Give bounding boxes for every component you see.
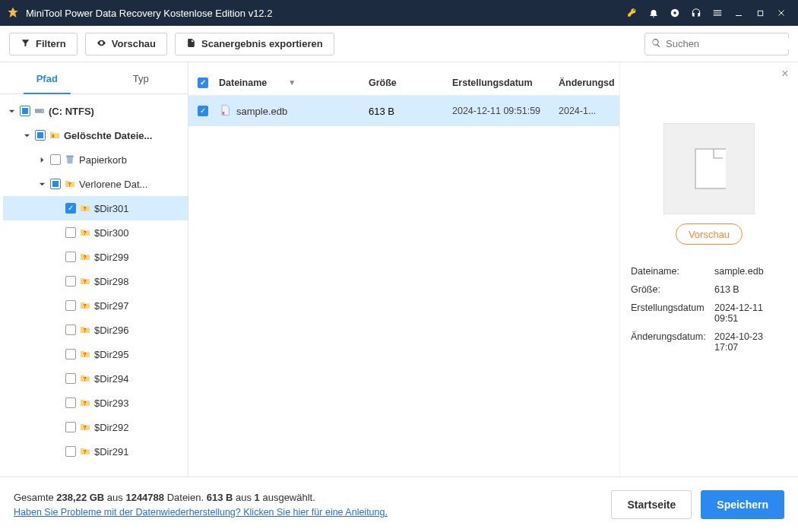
- checkbox[interactable]: [65, 349, 76, 359]
- column-modified[interactable]: Änderungsd: [559, 78, 619, 88]
- close-preview-icon[interactable]: ×: [778, 67, 792, 81]
- svg-text:?: ?: [83, 327, 87, 334]
- tree-recycle[interactable]: Papierkorb: [3, 147, 188, 172]
- headset-icon[interactable]: [686, 0, 707, 26]
- file-x-icon: x: [219, 104, 231, 119]
- meta-value: sample.edb: [714, 266, 787, 277]
- recycle-bin-icon: [64, 154, 76, 166]
- svg-text:x: x: [222, 110, 225, 116]
- window-title: MiniTool Power Data Recovery Kostenlose …: [26, 8, 272, 19]
- drive-icon: [33, 105, 46, 117]
- tree-label: Gelöschte Dateie...: [64, 130, 185, 141]
- tab-type[interactable]: Typ: [94, 64, 188, 93]
- checkbox[interactable]: [65, 397, 76, 408]
- tree-dir[interactable]: ?$Dir300: [3, 220, 188, 245]
- disc-icon[interactable]: [664, 0, 686, 26]
- checkbox[interactable]: [35, 130, 46, 141]
- tree-tabs: Pfad Typ: [0, 64, 188, 94]
- close-icon[interactable]: [771, 0, 792, 26]
- preview-open-button[interactable]: Vorschau: [676, 223, 743, 245]
- folder-x-icon: x: [49, 129, 61, 141]
- chevron-down-icon[interactable]: [21, 130, 32, 141]
- tree-dir[interactable]: ?$Dir291: [3, 439, 188, 464]
- checkbox[interactable]: [50, 154, 61, 165]
- export-button[interactable]: Scanergebnis exportieren: [175, 33, 334, 55]
- file-modified: 2024-1...: [559, 106, 619, 116]
- search-icon: [651, 37, 661, 51]
- checkbox[interactable]: [50, 179, 61, 189]
- folder-q-icon: ?: [64, 178, 76, 190]
- home-button[interactable]: Startseite: [611, 490, 692, 519]
- checkbox[interactable]: [65, 300, 76, 311]
- svg-text:?: ?: [83, 375, 87, 382]
- tree-dir[interactable]: ?$Dir297: [3, 293, 188, 318]
- filter-button[interactable]: Filtern: [9, 33, 78, 55]
- checkbox[interactable]: [65, 373, 76, 384]
- checkbox[interactable]: [65, 203, 76, 214]
- svg-text:?: ?: [83, 205, 87, 212]
- checkbox[interactable]: [65, 422, 76, 432]
- meta-label: Dateiname:: [631, 266, 710, 277]
- key-icon[interactable]: [622, 0, 643, 26]
- folder-q-icon: ?: [79, 324, 91, 336]
- table-row[interactable]: x sample.edb 613 B 2024-12-11 09:51:59 2…: [188, 96, 619, 126]
- svg-rect-6: [66, 156, 73, 157]
- chevron-right-icon[interactable]: [36, 154, 47, 165]
- checkbox[interactable]: [65, 276, 76, 287]
- chevron-down-icon[interactable]: [6, 106, 17, 116]
- meta-label: Erstellungsdatum: [631, 302, 710, 324]
- help-link[interactable]: Haben Sie Probleme mit der Datenwiederhe…: [14, 507, 388, 518]
- folder-q-icon: ?: [79, 421, 91, 433]
- tree-dir[interactable]: ?$Dir295: [3, 342, 188, 366]
- svg-text:?: ?: [83, 302, 87, 309]
- preview-metadata: Dateiname:sample.edb Größe:613 B Erstell…: [631, 266, 787, 360]
- tab-path[interactable]: Pfad: [0, 64, 94, 93]
- chevron-down-icon[interactable]: [36, 179, 47, 189]
- file-name: sample.edb: [236, 106, 287, 117]
- column-size[interactable]: Größe: [369, 78, 452, 88]
- tree-label: $Dir297: [94, 300, 185, 312]
- menu-icon[interactable]: [707, 0, 728, 26]
- checkbox[interactable]: [20, 106, 30, 116]
- svg-text:?: ?: [83, 424, 87, 431]
- maximize-icon[interactable]: [749, 0, 771, 26]
- checkbox[interactable]: [65, 446, 76, 457]
- tree-dir[interactable]: ? $Dir301: [3, 196, 188, 220]
- minimize-icon[interactable]: [728, 0, 749, 26]
- tree-label: (C: NTFS): [49, 106, 185, 117]
- search-input[interactable]: [666, 38, 793, 49]
- checkbox[interactable]: [65, 227, 76, 238]
- tree-dir[interactable]: ?$Dir299: [3, 245, 188, 269]
- tree-panel: Pfad Typ (C: NTFS) x Gelöschte Dateie...…: [0, 62, 188, 477]
- column-created[interactable]: Erstellungsdatum: [452, 78, 559, 88]
- tree-root[interactable]: (C: NTFS): [3, 99, 188, 123]
- tree-label: $Dir300: [94, 227, 185, 239]
- tree-lost[interactable]: ? Verlorene Dat...: [3, 172, 188, 196]
- save-button[interactable]: Speichern: [701, 490, 784, 519]
- meta-label: Änderungsdatum:: [631, 331, 710, 353]
- app-icon: [6, 6, 20, 20]
- tree-deleted[interactable]: x Gelöschte Dateie...: [3, 123, 188, 147]
- tree-dir[interactable]: ?$Dir292: [3, 415, 188, 439]
- folder-q-icon: ?: [79, 226, 91, 239]
- svg-text:?: ?: [83, 278, 87, 285]
- tree-dir[interactable]: ?$Dir298: [3, 269, 188, 293]
- svg-text:?: ?: [83, 230, 87, 236]
- filter-label: Filtern: [36, 38, 66, 49]
- svg-text:?: ?: [83, 448, 87, 455]
- preview-button[interactable]: Vorschau: [85, 33, 167, 55]
- checkbox[interactable]: [65, 325, 76, 335]
- checkbox-all[interactable]: [198, 78, 208, 88]
- meta-value: 613 B: [714, 284, 787, 295]
- file-size: 613 B: [369, 106, 452, 117]
- column-name[interactable]: Dateiname▼: [219, 78, 369, 88]
- tree-dir[interactable]: ?$Dir293: [3, 391, 188, 415]
- tree[interactable]: (C: NTFS) x Gelöschte Dateie... Papierko…: [0, 94, 188, 477]
- search-box[interactable]: [644, 33, 789, 55]
- checkbox[interactable]: [198, 106, 208, 116]
- folder-q-icon: ?: [79, 348, 91, 360]
- tree-dir[interactable]: ?$Dir296: [3, 318, 188, 342]
- checkbox[interactable]: [65, 252, 76, 262]
- bell-icon[interactable]: [643, 0, 664, 26]
- tree-dir[interactable]: ?$Dir294: [3, 366, 188, 391]
